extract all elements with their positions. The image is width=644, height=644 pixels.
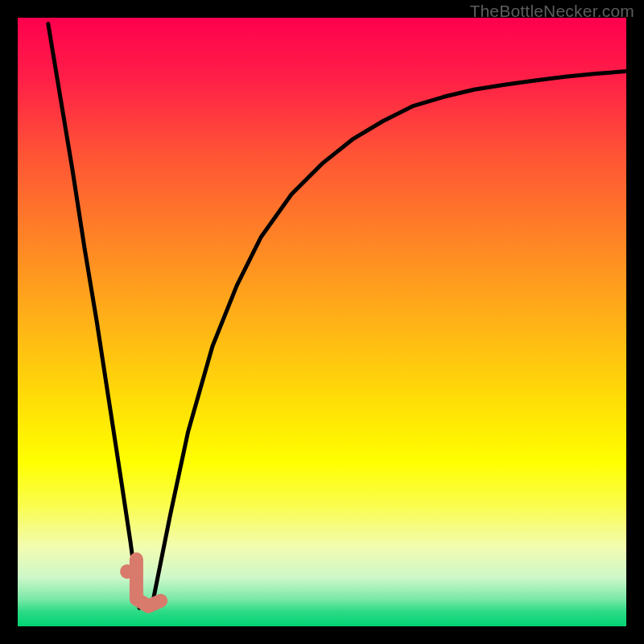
curve-right-branch [151, 72, 626, 609]
curve-layer [18, 18, 626, 626]
watermark-text: TheBottleNecker.com [469, 2, 634, 21]
plot-area [18, 18, 626, 626]
curve-left-branch [48, 24, 139, 609]
outer-frame: TheBottleNecker.com [0, 0, 644, 644]
